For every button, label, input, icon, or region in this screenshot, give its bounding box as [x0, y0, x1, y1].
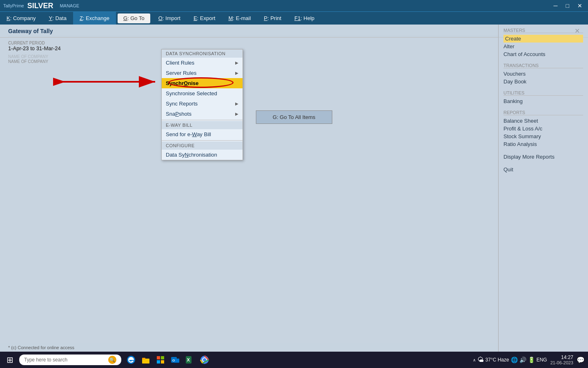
menu-exchange[interactable]: Z: Exchange [73, 12, 116, 25]
weather-text: 37°C Haze [486, 357, 509, 363]
taskbar-edge-icon[interactable] [125, 353, 138, 366]
data-sync-header: DATA SYNCHRONISATION [162, 49, 243, 58]
start-button[interactable]: ⊞ [3, 353, 17, 366]
title-bar: TallyPrime SILVER MANAGE ─ □ ✕ [0, 0, 588, 11]
dropdown-server-rules[interactable]: Server Rules ▶ [162, 68, 243, 78]
utilities-section: UTILITIES Banking [503, 90, 583, 105]
menu-export[interactable]: E: Export [187, 12, 222, 25]
app-edition-label: SILVER [27, 2, 53, 10]
quit-section: Quit [503, 166, 583, 173]
company-label: NAME OF COMPANY [8, 54, 580, 59]
masters-title: MASTERS [503, 28, 583, 33]
current-period-display: 1-Apr-23 to 31-Mar-24 [8, 45, 61, 52]
svg-rect-7 [161, 356, 164, 359]
sidebar-alter[interactable]: Alter [503, 43, 583, 50]
menu-help[interactable]: F1: Help [288, 12, 321, 25]
menu-goto[interactable]: G: Go To [118, 13, 150, 23]
menu-email[interactable]: M: E-mail [222, 12, 257, 25]
utilities-title: UTILITIES [503, 90, 583, 96]
dropdown-synchronise-selected[interactable]: Synchronise Selected [162, 88, 243, 99]
menu-company[interactable]: K: Company [0, 12, 42, 25]
client-rules-label: Client Rules [166, 60, 194, 66]
svg-text:O: O [172, 359, 175, 362]
sidebar-quit[interactable]: Quit [503, 166, 583, 173]
menu-bar: K: Company Y: Data Z: Exchange G: Go To … [0, 11, 588, 25]
taskbar-excel-icon[interactable]: X [183, 353, 196, 366]
dropdown-snapshots[interactable]: SnaPshots ▶ [162, 109, 243, 119]
sync-reports-label: Sync Reports [166, 101, 198, 107]
sidebar-create[interactable]: Create [503, 35, 583, 43]
goto-all-items-btn[interactable]: G: Go To All Items [256, 110, 332, 124]
search-placeholder: Type here to search [24, 357, 108, 363]
dropdown-send-eway[interactable]: Send for e-Way Bill [162, 129, 243, 139]
sidebar-stock-summary[interactable]: Stock Summary [503, 132, 583, 140]
sidebar-ratio-analysis[interactable]: Ratio Analysis [503, 140, 583, 148]
dropdown-divider-2 [162, 140, 243, 141]
send-eway-label: Send for e-Way Bill [166, 131, 211, 137]
red-arrow-annotation [53, 74, 159, 91]
svg-rect-6 [157, 356, 160, 359]
snapshots-arrow: ▶ [235, 112, 238, 116]
configure-header: CONFIGURE [162, 141, 243, 150]
server-rules-label: Server Rules [166, 70, 196, 76]
taskbar: ⊞ Type here to search 🔍 [0, 352, 588, 368]
reports-title: REPORTS [503, 110, 583, 115]
connected-status: * (c) Connected for online access [8, 345, 74, 350]
synchronise-label: SynchrOnise [166, 80, 198, 86]
dropdown-synchronise[interactable]: SynchrOnise [162, 78, 243, 88]
svg-rect-5 [142, 358, 145, 359]
goto-all-btn-label[interactable]: G: Go To All Items [256, 110, 332, 124]
masters-section: MASTERS Create Alter Chart of Accounts [503, 28, 583, 58]
current-period-label: CURRENT PERIOD [8, 40, 580, 45]
title-bar-left: TallyPrime SILVER MANAGE [3, 2, 79, 10]
period-info: CURRENT PERIOD 1-Apr-23 to 31-Mar-24 [8, 41, 61, 52]
transactions-section: TRANSACTIONS Vouchers Day Book [503, 63, 583, 85]
up-arrow-icon: ∧ [473, 358, 476, 362]
maximize-button[interactable]: □ [564, 2, 572, 10]
sidebar-chart-of-accounts[interactable]: Chart of Accounts [503, 50, 583, 58]
exchange-dropdown-menu: DATA SYNCHRONISATION Client Rules ▶ Serv… [161, 49, 243, 160]
sidebar-vouchers[interactable]: Vouchers [503, 70, 583, 78]
taskbar-right: ∧ 🌤 37°C Haze 🌐 🔊 🔋 ENG 14:27 21-06-2023… [473, 355, 585, 365]
snapshots-label: SnaPshots [166, 111, 192, 117]
taskbar-apps: O X [125, 353, 211, 366]
sidebar-banking[interactable]: Banking [503, 97, 583, 105]
data-sync-config-label: Data SyNchronisation [166, 152, 217, 158]
current-period-label: CURRENT PERIOD [8, 41, 61, 45]
svg-marker-2 [53, 78, 65, 86]
menu-import[interactable]: O: Import [152, 12, 187, 25]
sidebar-balance-sheet[interactable]: Balance Sheet [503, 117, 583, 125]
sidebar-day-book[interactable]: Day Book [503, 78, 583, 85]
dropdown-data-sync-config[interactable]: Data SyNchronisation [162, 150, 243, 160]
language-label: ENG [537, 357, 547, 363]
right-sidebar: MASTERS Create Alter Chart of Accounts T… [498, 25, 588, 352]
battery-icon: 🔋 [528, 357, 535, 363]
close-window-button[interactable]: ✕ [575, 2, 585, 10]
taskbar-store-icon[interactable] [154, 353, 167, 366]
menu-print[interactable]: P: Print [257, 12, 288, 25]
svg-text:X: X [187, 357, 190, 362]
sidebar-display-more-reports[interactable]: Display More Reports [503, 153, 583, 161]
content-area: Gateway of Tally CURRENT PERIOD 1-Apr-23… [0, 25, 588, 352]
taskbar-outlook-icon[interactable]: O [169, 353, 182, 366]
dropdown-client-rules[interactable]: Client Rules ▶ [162, 58, 243, 68]
menu-data[interactable]: Y: Data [42, 12, 73, 25]
dropdown-sync-reports[interactable]: Sync Reports ▶ [162, 99, 243, 109]
svg-rect-9 [161, 360, 164, 364]
sync-reports-arrow: ▶ [235, 101, 238, 106]
manage-label: MANAGE [60, 3, 79, 8]
sidebar-profit-loss[interactable]: Profit & Loss A/c [503, 125, 583, 132]
company-name-section: NAME OF COMPANY [8, 59, 48, 64]
app-name-label: TallyPrime [3, 3, 24, 8]
taskbar-chrome-icon[interactable] [198, 353, 211, 366]
search-bar[interactable]: Type here to search 🔍 [19, 355, 121, 365]
taskbar-explorer-icon[interactable] [139, 353, 152, 366]
clock-time: 14:27 [550, 355, 573, 360]
notification-icon[interactable]: 💬 [577, 356, 585, 364]
time-display: 14:27 21-06-2023 [550, 355, 573, 365]
volume-icon: 🔊 [519, 357, 526, 363]
synchronise-selected-label: Synchronise Selected [166, 90, 217, 96]
status-bar: * (c) Connected for online access [0, 343, 498, 352]
minimize-button[interactable]: ─ [551, 2, 560, 10]
reports-section: REPORTS Balance Sheet Profit & Loss A/c … [503, 110, 583, 148]
